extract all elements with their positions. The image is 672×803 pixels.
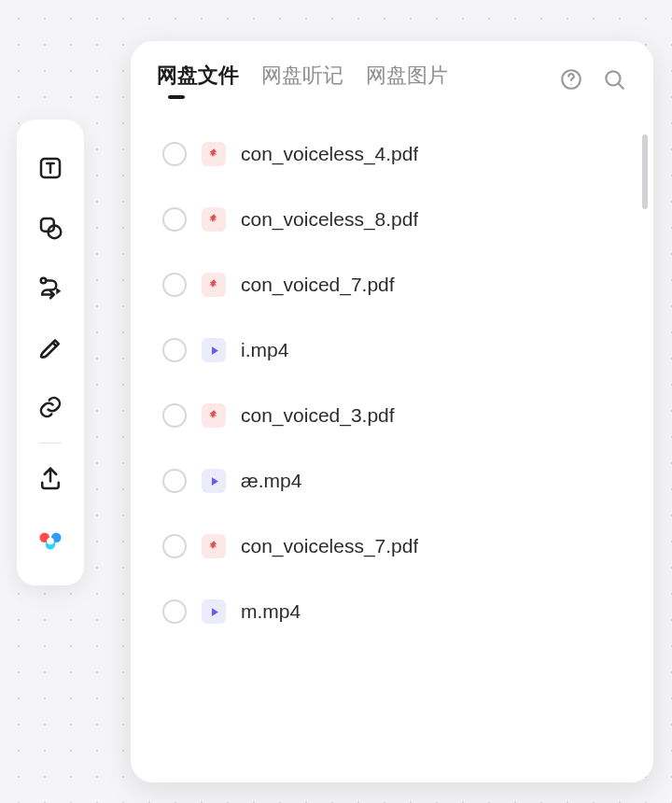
select-radio[interactable] <box>162 599 187 624</box>
scrollbar-thumb[interactable] <box>642 134 648 209</box>
file-row[interactable]: con_voiced_3.pdf <box>157 383 638 448</box>
svg-point-7 <box>47 538 54 545</box>
pdf-file-icon <box>202 142 226 166</box>
tab-bar: 网盘文件 网盘听记 网盘图片 <box>157 62 549 97</box>
text-box-icon[interactable] <box>32 149 69 187</box>
file-name: m.mp4 <box>241 600 301 623</box>
pdf-file-icon <box>202 207 226 232</box>
select-radio[interactable] <box>162 142 187 166</box>
pdf-file-icon <box>202 403 226 428</box>
file-name: i.mp4 <box>241 339 288 361</box>
side-toolbar <box>17 120 84 585</box>
select-radio[interactable] <box>162 469 187 493</box>
select-radio[interactable] <box>162 403 187 428</box>
file-name: con_voiceless_4.pdf <box>241 143 418 165</box>
export-icon[interactable] <box>32 460 69 498</box>
connector-icon[interactable] <box>32 269 69 306</box>
file-row[interactable]: con_voiced_7.pdf <box>157 252 638 317</box>
select-radio[interactable] <box>162 207 187 232</box>
select-radio[interactable] <box>162 338 187 362</box>
svg-point-10 <box>606 71 620 85</box>
pen-icon[interactable] <box>32 329 69 366</box>
tab-images[interactable]: 网盘图片 <box>366 62 448 97</box>
file-row[interactable]: con_voiceless_8.pdf <box>157 187 638 252</box>
svg-point-9 <box>570 84 571 85</box>
select-radio[interactable] <box>162 534 187 558</box>
file-name: con_voiceless_7.pdf <box>241 535 418 557</box>
toolbar-divider <box>39 443 62 444</box>
file-panel: 网盘文件 网盘听记 网盘图片 con_voiceless_4.pdfcon_vo… <box>131 41 653 782</box>
file-row[interactable]: i.mp4 <box>157 317 638 383</box>
panel-header: 网盘文件 网盘听记 网盘图片 <box>131 41 653 105</box>
tab-files[interactable]: 网盘文件 <box>157 62 239 97</box>
file-name: con_voiced_7.pdf <box>241 274 395 296</box>
file-name: con_voiceless_8.pdf <box>241 208 418 231</box>
select-radio[interactable] <box>162 273 187 297</box>
video-file-icon <box>202 338 226 362</box>
file-list[interactable]: con_voiceless_4.pdfcon_voiceless_8.pdfco… <box>131 105 653 782</box>
search-icon[interactable] <box>601 66 627 92</box>
video-file-icon <box>202 599 226 624</box>
video-file-icon <box>202 469 226 493</box>
file-row[interactable]: æ.mp4 <box>157 448 638 514</box>
shape-icon[interactable] <box>32 209 69 247</box>
link-icon[interactable] <box>32 388 69 426</box>
baidu-cloud-icon[interactable] <box>32 520 69 557</box>
pdf-file-icon <box>202 534 226 558</box>
file-name: æ.mp4 <box>241 470 301 492</box>
help-icon[interactable] <box>558 66 584 92</box>
tab-audio-notes[interactable]: 网盘听记 <box>261 62 343 97</box>
file-row[interactable]: con_voiceless_7.pdf <box>157 514 638 579</box>
file-row[interactable]: m.mp4 <box>157 579 638 644</box>
file-name: con_voiced_3.pdf <box>241 404 395 427</box>
pdf-file-icon <box>202 273 226 297</box>
file-row[interactable]: con_voiceless_4.pdf <box>157 121 638 187</box>
